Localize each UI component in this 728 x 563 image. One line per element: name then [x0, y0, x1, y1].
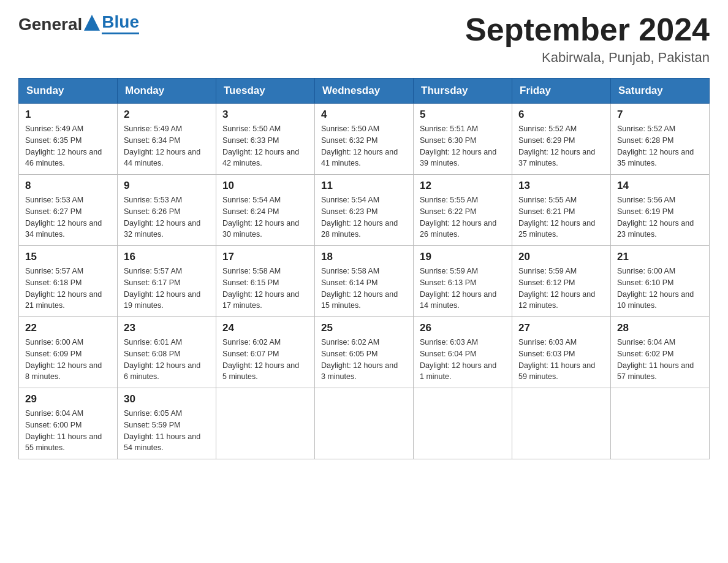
day-number: 2 [124, 109, 210, 121]
day-info: Sunrise: 5:49 AMSunset: 6:35 PMDaylight:… [25, 123, 111, 169]
calendar-week-row: 22Sunrise: 6:00 AMSunset: 6:09 PMDayligh… [19, 317, 710, 388]
calendar-day-header: Monday [118, 79, 216, 104]
day-info: Sunrise: 5:52 AMSunset: 6:28 PMDaylight:… [617, 123, 703, 169]
day-number: 14 [617, 180, 703, 192]
calendar-day-header: Saturday [611, 79, 710, 104]
calendar-cell: 22Sunrise: 6:00 AMSunset: 6:09 PMDayligh… [19, 317, 118, 388]
day-info: Sunrise: 5:52 AMSunset: 6:29 PMDaylight:… [518, 123, 604, 169]
day-info: Sunrise: 6:02 AMSunset: 6:07 PMDaylight:… [222, 337, 308, 383]
calendar-cell: 20Sunrise: 5:59 AMSunset: 6:12 PMDayligh… [512, 246, 611, 317]
day-info: Sunrise: 5:55 AMSunset: 6:22 PMDaylight:… [420, 194, 506, 240]
day-info: Sunrise: 5:57 AMSunset: 6:17 PMDaylight:… [124, 266, 210, 312]
day-number: 21 [617, 251, 703, 263]
day-info: Sunrise: 6:03 AMSunset: 6:04 PMDaylight:… [420, 337, 506, 383]
day-info: Sunrise: 6:03 AMSunset: 6:03 PMDaylight:… [518, 337, 604, 383]
calendar-day-header: Sunday [19, 79, 118, 104]
calendar-cell: 15Sunrise: 5:57 AMSunset: 6:18 PMDayligh… [19, 246, 118, 317]
calendar-table: SundayMondayTuesdayWednesdayThursdayFrid… [18, 78, 710, 459]
svg-marker-0 [84, 15, 100, 31]
calendar-cell: 16Sunrise: 5:57 AMSunset: 6:17 PMDayligh… [118, 246, 216, 317]
calendar-cell: 11Sunrise: 5:54 AMSunset: 6:23 PMDayligh… [315, 175, 414, 246]
calendar-cell: 21Sunrise: 6:00 AMSunset: 6:10 PMDayligh… [611, 246, 710, 317]
day-number: 3 [222, 109, 308, 121]
day-info: Sunrise: 6:02 AMSunset: 6:05 PMDaylight:… [321, 337, 407, 383]
day-number: 22 [25, 322, 111, 334]
day-info: Sunrise: 5:54 AMSunset: 6:23 PMDaylight:… [321, 194, 407, 240]
calendar-cell: 25Sunrise: 6:02 AMSunset: 6:05 PMDayligh… [315, 317, 414, 388]
calendar-cell: 18Sunrise: 5:58 AMSunset: 6:14 PMDayligh… [315, 246, 414, 317]
calendar-cell: 8Sunrise: 5:53 AMSunset: 6:27 PMDaylight… [19, 175, 118, 246]
calendar-cell: 24Sunrise: 6:02 AMSunset: 6:07 PMDayligh… [216, 317, 315, 388]
calendar-week-row: 29Sunrise: 6:04 AMSunset: 6:00 PMDayligh… [19, 388, 710, 459]
day-number: 9 [124, 180, 210, 192]
day-info: Sunrise: 5:53 AMSunset: 6:27 PMDaylight:… [25, 194, 111, 240]
calendar-cell: 12Sunrise: 5:55 AMSunset: 6:22 PMDayligh… [414, 175, 512, 246]
page-header: General Blue September 2024 Kabirwala, P… [18, 12, 710, 66]
day-info: Sunrise: 6:04 AMSunset: 6:02 PMDaylight:… [617, 337, 703, 383]
day-info: Sunrise: 6:05 AMSunset: 5:59 PMDaylight:… [124, 408, 210, 454]
day-info: Sunrise: 5:55 AMSunset: 6:21 PMDaylight:… [518, 194, 604, 240]
calendar-day-header: Friday [512, 79, 611, 104]
calendar-cell: 1Sunrise: 5:49 AMSunset: 6:35 PMDaylight… [19, 104, 118, 175]
calendar-subtitle: Kabirwala, Punjab, Pakistan [465, 50, 710, 66]
day-info: Sunrise: 6:04 AMSunset: 6:00 PMDaylight:… [25, 408, 111, 454]
day-info: Sunrise: 5:54 AMSunset: 6:24 PMDaylight:… [222, 194, 308, 240]
calendar-cell: 30Sunrise: 6:05 AMSunset: 5:59 PMDayligh… [118, 388, 216, 459]
logo-underline [102, 33, 139, 34]
logo-icon [83, 13, 101, 33]
calendar-cell: 3Sunrise: 5:50 AMSunset: 6:33 PMDaylight… [216, 104, 315, 175]
calendar-cell: 26Sunrise: 6:03 AMSunset: 6:04 PMDayligh… [414, 317, 512, 388]
day-info: Sunrise: 5:56 AMSunset: 6:19 PMDaylight:… [617, 194, 703, 240]
calendar-cell: 2Sunrise: 5:49 AMSunset: 6:34 PMDaylight… [118, 104, 216, 175]
day-info: Sunrise: 5:50 AMSunset: 6:33 PMDaylight:… [222, 123, 308, 169]
calendar-cell [216, 388, 315, 459]
day-number: 29 [25, 393, 111, 405]
calendar-day-header: Thursday [414, 79, 512, 104]
calendar-cell: 10Sunrise: 5:54 AMSunset: 6:24 PMDayligh… [216, 175, 315, 246]
calendar-cell: 29Sunrise: 6:04 AMSunset: 6:00 PMDayligh… [19, 388, 118, 459]
day-info: Sunrise: 6:00 AMSunset: 6:10 PMDaylight:… [617, 266, 703, 312]
day-info: Sunrise: 5:49 AMSunset: 6:34 PMDaylight:… [124, 123, 210, 169]
calendar-cell: 14Sunrise: 5:56 AMSunset: 6:19 PMDayligh… [611, 175, 710, 246]
day-number: 11 [321, 180, 407, 192]
day-number: 25 [321, 322, 407, 334]
calendar-header-row: SundayMondayTuesdayWednesdayThursdayFrid… [19, 79, 710, 104]
calendar-cell [611, 388, 710, 459]
calendar-cell: 6Sunrise: 5:52 AMSunset: 6:29 PMDaylight… [512, 104, 611, 175]
calendar-cell: 19Sunrise: 5:59 AMSunset: 6:13 PMDayligh… [414, 246, 512, 317]
logo-blue-section: Blue [102, 12, 139, 34]
calendar-cell [512, 388, 611, 459]
day-number: 23 [124, 322, 210, 334]
day-info: Sunrise: 5:59 AMSunset: 6:12 PMDaylight:… [518, 266, 604, 312]
day-number: 19 [420, 251, 506, 263]
day-info: Sunrise: 5:51 AMSunset: 6:30 PMDaylight:… [420, 123, 506, 169]
day-info: Sunrise: 6:01 AMSunset: 6:08 PMDaylight:… [124, 337, 210, 383]
day-number: 10 [222, 180, 308, 192]
day-number: 18 [321, 251, 407, 263]
calendar-cell: 9Sunrise: 5:53 AMSunset: 6:26 PMDaylight… [118, 175, 216, 246]
day-number: 4 [321, 109, 407, 121]
calendar-week-row: 1Sunrise: 5:49 AMSunset: 6:35 PMDaylight… [19, 104, 710, 175]
day-number: 1 [25, 109, 111, 121]
calendar-day-header: Wednesday [315, 79, 414, 104]
logo-general-text: General [18, 15, 82, 34]
day-info: Sunrise: 5:58 AMSunset: 6:14 PMDaylight:… [321, 266, 407, 312]
day-number: 8 [25, 180, 111, 192]
day-number: 24 [222, 322, 308, 334]
calendar-cell: 27Sunrise: 6:03 AMSunset: 6:03 PMDayligh… [512, 317, 611, 388]
logo-blue-text: Blue [102, 12, 139, 32]
calendar-cell [414, 388, 512, 459]
day-number: 27 [518, 322, 604, 334]
calendar-cell: 23Sunrise: 6:01 AMSunset: 6:08 PMDayligh… [118, 317, 216, 388]
day-info: Sunrise: 5:59 AMSunset: 6:13 PMDaylight:… [420, 266, 506, 312]
calendar-cell: 5Sunrise: 5:51 AMSunset: 6:30 PMDaylight… [414, 104, 512, 175]
day-info: Sunrise: 5:58 AMSunset: 6:15 PMDaylight:… [222, 266, 308, 312]
logo: General Blue [18, 12, 139, 34]
day-number: 30 [124, 393, 210, 405]
day-info: Sunrise: 6:00 AMSunset: 6:09 PMDaylight:… [25, 337, 111, 383]
calendar-week-row: 15Sunrise: 5:57 AMSunset: 6:18 PMDayligh… [19, 246, 710, 317]
day-number: 5 [420, 109, 506, 121]
calendar-cell: 17Sunrise: 5:58 AMSunset: 6:15 PMDayligh… [216, 246, 315, 317]
day-number: 7 [617, 109, 703, 121]
day-info: Sunrise: 5:57 AMSunset: 6:18 PMDaylight:… [25, 266, 111, 312]
